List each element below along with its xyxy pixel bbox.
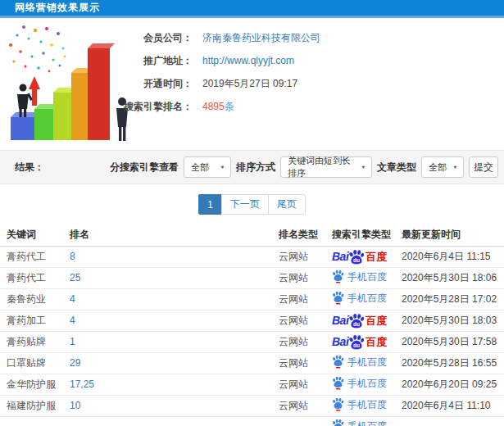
- keyword-cell: 口罩贴牌: [0, 352, 63, 374]
- filter-bar: 结果： 分搜索引擎查看 全部 ▼ 排序方式 关键词由短到长排序 ▼ 文章类型 全…: [0, 150, 504, 184]
- results-label: 结果：: [15, 161, 44, 174]
- rank-link[interactable]: 4: [70, 293, 75, 305]
- updated-time-cell: 2020年5月28日 16:55: [395, 352, 504, 374]
- rank-type-cell: 云网站: [272, 267, 325, 288]
- rank-type-cell: 云网站: [272, 288, 325, 310]
- table-row: 膏药代工 8 云网站 Bai du 百度: [0, 246, 504, 267]
- table-row: 金华防护服 17,25 云网站 Bai du 百度: [0, 374, 504, 395]
- keyword-cell: 福建防护服: [0, 395, 63, 416]
- page-1-button[interactable]: 1: [198, 194, 222, 215]
- member-company-label: 会员公司：: [70, 31, 193, 45]
- mobile-baidu-logo-icon: 手机百度: [332, 419, 387, 426]
- open-time-value: 2019年5月27日 09:17: [202, 77, 297, 91]
- table-row: 秦鲁药业 4 云网站 Bai du 百度: [0, 288, 504, 310]
- updated-time-cell: 2020年5月28日 17:02: [395, 288, 504, 310]
- engine-view-value: 全部: [191, 161, 209, 174]
- col-keyword: 关键词: [0, 224, 63, 246]
- updated-time-cell: 2020年6月4日 11:10: [395, 395, 504, 416]
- table-row: 膏药代工 25 云网站 Bai du 百度: [0, 267, 504, 288]
- updated-time-cell: 2020年5月30日 18:06: [395, 267, 504, 288]
- engine-view-label: 分搜索引擎查看: [110, 161, 179, 174]
- table-row: 膏药贴牌 1 云网站 Bai du 百度: [0, 331, 504, 352]
- rank-link[interactable]: 29: [70, 357, 80, 369]
- table-header-row: 关键词 排名 排名类型 搜索引擎类型 最新更新时间: [0, 224, 504, 246]
- search-engine-cell: Bai du 百度: [325, 310, 395, 331]
- promo-url-link[interactable]: http://www.qlyyjt.com: [202, 55, 294, 66]
- engine-rank-value: 4895条: [202, 100, 234, 114]
- mobile-baidu-logo-icon: 手机百度: [332, 355, 387, 369]
- pagination: 1 下一页 尾页: [198, 194, 306, 215]
- sort-label: 排序方式: [236, 161, 275, 174]
- rank-cell: 4: [63, 310, 272, 331]
- rank-cell: 10: [63, 395, 272, 416]
- mobile-baidu-logo-icon: 手机百度: [332, 270, 387, 283]
- rank-cell: 4: [63, 288, 272, 310]
- baidu-logo-icon: Bai du 百度: [332, 334, 387, 350]
- rank-type-cell: 云网站: [272, 374, 325, 395]
- col-rank: 排名: [63, 224, 272, 246]
- rank-link[interactable]: 10: [70, 400, 80, 411]
- search-engine-cell: Bai du 百度: [325, 331, 395, 352]
- search-engine-cell: Bai du 百度: [325, 374, 395, 395]
- last-page-button[interactable]: 尾页: [268, 194, 306, 215]
- mobile-baidu-paw-icon: [332, 270, 344, 283]
- engine-view-select[interactable]: 全部 ▼: [184, 156, 231, 178]
- rank-type-cell: 云网站: [272, 352, 325, 374]
- updated-time-cell: [395, 416, 504, 426]
- rank-link[interactable]: 8: [70, 251, 75, 262]
- confetti-dots: [9, 25, 66, 72]
- page-title: 网络营销效果展示: [15, 1, 100, 15]
- engine-rank-row: 搜索引擎排名： 4895条: [70, 95, 320, 118]
- search-engine-cell: Bai du 百度: [325, 246, 395, 267]
- search-engine-cell: Bai du 百度: [325, 395, 395, 416]
- updated-time-cell: 2020年6月20日 09:25: [395, 374, 504, 395]
- rank-link[interactable]: 1: [70, 336, 75, 347]
- rank-type-cell: 云网站: [272, 331, 325, 352]
- mobile-baidu-logo-icon: 手机百度: [332, 397, 387, 411]
- rank-link[interactable]: 25: [70, 272, 80, 283]
- open-time-label: 开通时间：: [70, 77, 193, 91]
- rank-cell: 1: [63, 331, 272, 352]
- col-engine: 搜索引擎类型: [325, 224, 395, 246]
- table-row: Bai du 百度: [0, 416, 504, 426]
- rank-link[interactable]: 17,25: [70, 378, 94, 390]
- marketing-effect-page: 网络营销效果展示: [0, 0, 504, 426]
- mobile-baidu-logo-icon: 手机百度: [332, 291, 387, 305]
- keyword-cell: [0, 416, 63, 426]
- baidu-paw-icon: du: [348, 249, 365, 265]
- keyword-ranking-table: 关键词 排名 排名类型 搜索引擎类型 最新更新时间 膏药代工 8 云网站 Bai: [0, 224, 504, 426]
- pagination-section: 1 下一页 尾页: [0, 184, 504, 224]
- submit-button[interactable]: 提交: [469, 156, 498, 178]
- rank-unit: 条: [225, 101, 234, 112]
- mobile-baidu-logo-icon: 手机百度: [332, 376, 387, 390]
- next-page-button[interactable]: 下一页: [221, 194, 269, 215]
- article-type-value: 全部: [429, 161, 447, 174]
- caret-down-icon: ▼: [361, 165, 366, 170]
- svg-text:du: du: [353, 256, 360, 262]
- search-engine-cell: Bai du 百度: [325, 267, 395, 288]
- rank-type-cell: 云网站: [272, 310, 325, 331]
- rank-cell: 29: [63, 352, 272, 374]
- table-row: 口罩贴牌 29 云网站 Bai du 百度: [0, 352, 504, 374]
- mobile-baidu-paw-icon: [332, 355, 344, 369]
- rank-link[interactable]: 4: [70, 315, 75, 326]
- keyword-cell: 金华防护服: [0, 374, 63, 395]
- search-engine-cell: Bai du 百度: [325, 416, 395, 426]
- member-company-link[interactable]: 济南秦鲁药业科技有限公司: [202, 31, 320, 45]
- filter-controls: 分搜索引擎查看 全部 ▼ 排序方式 关键词由短到长排序 ▼ 文章类型 全部 ▼ …: [110, 156, 498, 178]
- mobile-baidu-paw-icon: [332, 291, 344, 305]
- svg-text:du: du: [353, 320, 360, 326]
- sort-select[interactable]: 关键词由短到长排序 ▼: [280, 156, 372, 178]
- search-engine-cell: Bai du 百度: [325, 288, 395, 310]
- mobile-baidu-paw-icon: [332, 376, 344, 390]
- rank-cell: 25: [63, 267, 272, 288]
- article-type-label: 文章类型: [377, 161, 416, 174]
- keyword-cell: 膏药代工: [0, 267, 63, 288]
- rank-cell: 8: [63, 246, 272, 267]
- updated-time-cell: 2020年5月30日 18:03: [395, 310, 504, 331]
- article-type-select[interactable]: 全部 ▼: [421, 156, 464, 178]
- updated-time-cell: 2020年5月30日 17:58: [395, 331, 504, 352]
- rank-count: 4895: [202, 101, 225, 112]
- top-section: 会员公司： 济南秦鲁药业科技有限公司 推广地址： http://www.qlyy…: [0, 18, 504, 150]
- baidu-paw-icon: du: [348, 313, 365, 329]
